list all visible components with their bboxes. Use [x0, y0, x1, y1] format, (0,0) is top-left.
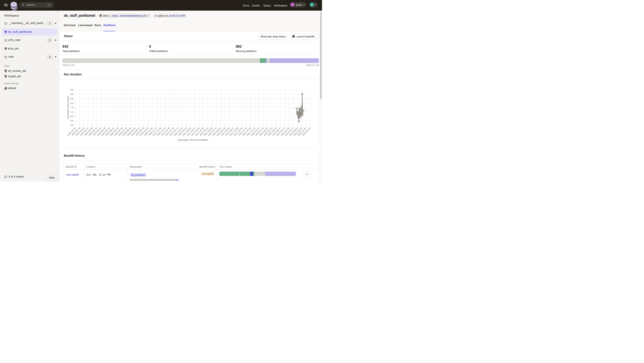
- svg-text:7.5: 7.5: [70, 106, 74, 109]
- svg-text:Execution time (secs): Execution time (secs): [66, 96, 69, 119]
- svg-text:5.5: 5.5: [70, 124, 74, 126]
- svg-text:8.5: 8.5: [70, 97, 74, 100]
- svg-text:8.0: 8.0: [70, 102, 74, 104]
- svg-text:7.0: 7.0: [70, 111, 74, 113]
- svg-text:9.5: 9.5: [70, 88, 74, 91]
- svg-text:6.5: 6.5: [70, 115, 74, 118]
- svg-text:6.0: 6.0: [70, 120, 74, 122]
- svg-text:9.0: 9.0: [70, 93, 74, 96]
- svg-text:Execution Time by Partition: Execution Time by Partition: [178, 138, 208, 142]
